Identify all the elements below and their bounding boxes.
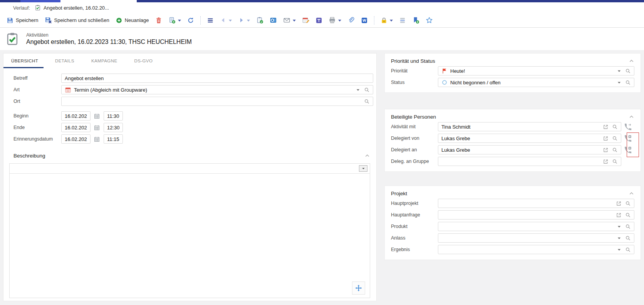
anlass-select[interactable] (438, 233, 634, 243)
dataset-button[interactable] (396, 15, 409, 25)
groupware-sync-button[interactable] (253, 15, 266, 25)
form-row-beginn: Beginn (13, 111, 376, 121)
betreff-input[interactable] (61, 74, 373, 83)
back-arrow-icon (220, 17, 226, 23)
history-tab-label: Angebot erstellen, 16.02.20... (44, 5, 109, 11)
prioritaet-search-icon[interactable] (625, 68, 631, 74)
delete-button[interactable] (153, 15, 165, 25)
refresh-button[interactable] (184, 15, 197, 25)
prioritaet-select[interactable]: Heute! (438, 66, 634, 75)
menu-button[interactable] (204, 15, 216, 25)
panel-collapse-icon[interactable] (629, 191, 634, 196)
aktivitaet-mit-input[interactable]: Tina Schmidt (438, 122, 621, 131)
copy-new-button[interactable] (166, 15, 184, 25)
search-icon[interactable] (612, 159, 618, 164)
dial-delegiert-von-button[interactable] (621, 135, 634, 142)
produkt-select[interactable] (438, 222, 634, 231)
search-icon[interactable] (612, 136, 618, 141)
delegiert-von-input[interactable]: Lukas Grebe (438, 134, 621, 143)
save-button[interactable]: Speichern (4, 15, 41, 25)
permissions-button[interactable] (378, 15, 396, 25)
delegiert-an-input[interactable]: Lukas Grebe (438, 145, 621, 154)
status-dropdown-icon[interactable] (617, 80, 622, 85)
hauptanfrage-input[interactable] (438, 210, 634, 220)
new-record-button[interactable]: Neuanlage (113, 15, 152, 25)
hauptprojekt-input[interactable] (438, 199, 634, 208)
status-search-icon[interactable] (625, 80, 631, 85)
outlook-button[interactable] (267, 15, 280, 25)
search-icon[interactable] (612, 124, 618, 130)
top-strip-active-indicator (20, 0, 60, 2)
attachment-button[interactable] (345, 15, 357, 25)
produkt-dropdown-icon[interactable] (617, 224, 622, 229)
open-record-icon[interactable] (603, 136, 609, 141)
tab-details[interactable]: DETAILS (55, 54, 74, 68)
search-icon[interactable] (625, 235, 631, 241)
dial-delegiert-an-button[interactable] (621, 146, 634, 154)
art-label: Art (13, 87, 61, 92)
ort-search-icon[interactable] (364, 99, 370, 104)
tab-ds-gvo[interactable]: DS-GVO (134, 54, 153, 68)
anlass-dropdown-icon[interactable] (617, 236, 622, 241)
ergebnis-select[interactable] (438, 245, 634, 254)
description-toolbar-dropdown-button[interactable] (359, 165, 367, 172)
call-transfer-button[interactable] (621, 123, 634, 131)
open-record-icon[interactable] (603, 147, 609, 153)
art-search-icon[interactable] (364, 87, 370, 93)
print-button[interactable] (326, 15, 344, 25)
open-record-icon[interactable] (616, 201, 622, 206)
navigate-forward-button[interactable] (235, 15, 253, 25)
erinnerung-calendar-button[interactable] (92, 136, 101, 142)
search-icon[interactable] (625, 224, 631, 230)
teams-button[interactable] (313, 15, 325, 25)
open-record-icon[interactable] (603, 124, 609, 130)
send-email-button[interactable] (280, 15, 299, 25)
email-dropdown-arrow-icon[interactable] (293, 20, 296, 23)
back-dropdown-arrow-icon[interactable] (229, 20, 232, 23)
description-collapse-icon[interactable] (364, 153, 370, 159)
ende-calendar-button[interactable] (92, 124, 101, 131)
history-tab-activity[interactable]: Angebot erstellen, 16.02.20... (35, 5, 109, 11)
search-icon[interactable] (625, 247, 631, 253)
description-toolbar (10, 164, 370, 174)
panel-collapse-icon[interactable] (629, 114, 634, 120)
erinnerung-date-input[interactable] (61, 134, 91, 144)
tab-kampagne[interactable]: KAMPAGNE (91, 54, 117, 68)
copy-dropdown-arrow-icon[interactable] (178, 20, 181, 23)
search-icon[interactable] (612, 147, 618, 153)
navigate-back-button[interactable] (217, 15, 235, 25)
side-panels: Priorität und Status Priorität Heute! (384, 53, 641, 260)
edit-appointment-button[interactable] (299, 15, 312, 25)
ende-time-input[interactable] (104, 123, 123, 132)
ergebnis-dropdown-icon[interactable] (617, 247, 622, 252)
prioritaet-dropdown-icon[interactable] (617, 69, 622, 74)
deleg-an-gruppe-input[interactable] (438, 157, 621, 166)
word-export-button[interactable] (358, 15, 371, 25)
art-select[interactable]: Termin (Abgleich mit Groupware) (61, 85, 373, 94)
open-record-icon[interactable] (603, 159, 609, 164)
description-move-button[interactable] (352, 282, 365, 295)
beginn-time-input[interactable] (104, 111, 123, 121)
ende-date-input[interactable] (61, 123, 91, 132)
search-icon[interactable] (625, 212, 631, 218)
save-and-close-button[interactable]: Speichern und schließen (42, 15, 112, 25)
forward-dropdown-arrow-icon[interactable] (247, 20, 250, 23)
erinnerung-time-input[interactable] (104, 134, 123, 144)
save-close-icon (45, 17, 52, 24)
ort-input[interactable] (61, 97, 373, 106)
panel-collapse-icon[interactable] (629, 58, 634, 64)
status-select[interactable]: Nicht begonnen / offen (438, 78, 634, 87)
print-dropdown-arrow-icon[interactable] (338, 20, 341, 23)
trash-icon (155, 17, 162, 24)
art-dropdown-icon[interactable] (356, 87, 361, 92)
tab-uebersicht[interactable]: ÜBERSICHT (11, 54, 38, 68)
description-editor[interactable] (9, 163, 370, 298)
favorite-button[interactable] (423, 15, 436, 25)
beginn-calendar-button[interactable] (92, 113, 101, 119)
permissions-dropdown-arrow-icon[interactable] (390, 20, 393, 23)
beginn-date-input[interactable] (61, 111, 91, 121)
open-record-icon[interactable] (616, 212, 622, 218)
search-icon[interactable] (625, 201, 631, 206)
ergebnis-label: Ergebnis (391, 247, 438, 252)
add-bookmark-button[interactable] (409, 15, 422, 25)
